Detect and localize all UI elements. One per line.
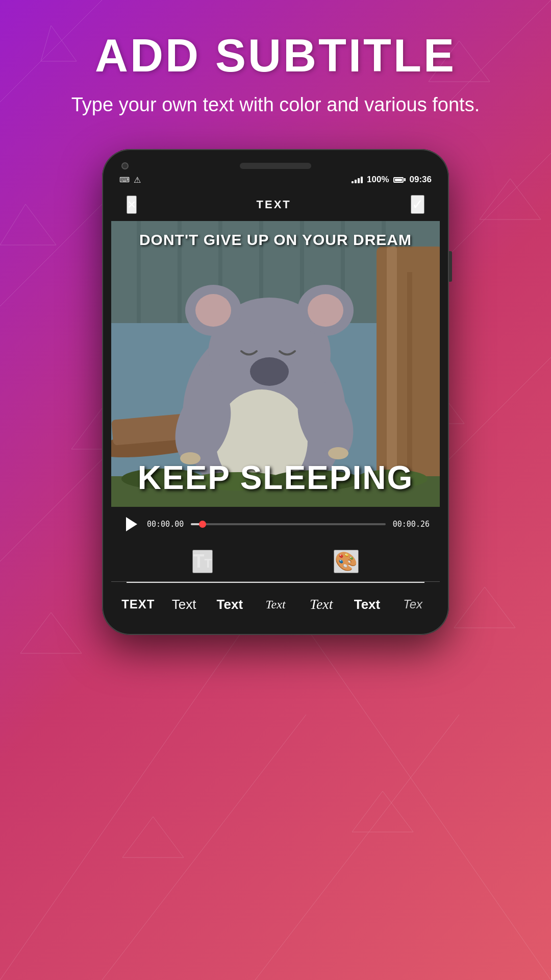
palette-button[interactable]: 🎨 <box>334 550 359 573</box>
status-bar: ⌨ ⚠ 100% 09:36 <box>111 172 440 188</box>
koala-image: DONT'T GIVE UP ON YOUR DREAM KEEP SLEEPI… <box>111 221 440 507</box>
svg-line-18 <box>0 612 255 980</box>
video-text-bottom: KEEP SLEEPING <box>111 459 440 497</box>
battery-icon <box>393 177 406 183</box>
text-size-button[interactable]: TT <box>192 550 213 573</box>
svg-point-40 <box>250 357 289 386</box>
app-toolbar: × TEXT ✓ <box>111 188 440 221</box>
signal-icon <box>352 177 363 183</box>
keyboard-icon: ⌨ <box>119 176 130 184</box>
confirm-button[interactable]: ✓ <box>411 195 424 214</box>
video-area: DONT'T GIVE UP ON YOUR DREAM KEEP SLEEPI… <box>111 221 440 507</box>
font-option-4[interactable]: Text <box>299 593 343 616</box>
svg-marker-8 <box>122 817 184 857</box>
svg-marker-9 <box>352 791 413 832</box>
font-option-0[interactable]: TEXT <box>116 594 160 615</box>
toolbar-title: TEXT <box>257 198 291 211</box>
svg-rect-31 <box>407 272 412 476</box>
svg-point-37 <box>195 294 231 327</box>
progress-dot <box>199 521 206 528</box>
page-description: Type your own text with color and variou… <box>41 91 510 118</box>
time-end: 00:00.26 <box>393 520 430 529</box>
warning-icon: ⚠ <box>134 175 141 185</box>
svg-point-45 <box>328 447 348 459</box>
phone-side-button <box>449 251 452 282</box>
playback-bar: 00:00.00 00:00.26 <box>111 507 440 542</box>
video-text-top: DONT'T GIVE UP ON YOUR DREAM <box>111 231 440 249</box>
close-button[interactable]: × <box>127 195 137 214</box>
font-option-5[interactable]: Text <box>345 594 389 616</box>
icon-toolbar: TT 🎨 <box>111 542 440 582</box>
svg-point-39 <box>308 294 343 327</box>
time-start: 00:00.00 <box>147 520 184 529</box>
page-title: ADD SUBTITLE <box>41 31 510 81</box>
font-option-3[interactable]: Text <box>254 595 297 615</box>
phone-frame: ⌨ ⚠ 100% 09:36 × TEXT <box>102 149 449 635</box>
font-option-6[interactable]: Tex <box>391 594 435 615</box>
battery-percent: 100% <box>367 175 389 185</box>
font-option-2[interactable]: Text <box>208 594 252 616</box>
phone-camera <box>121 162 129 169</box>
svg-line-17 <box>255 715 459 980</box>
play-button[interactable] <box>121 515 140 533</box>
font-option-1[interactable]: Text <box>162 594 206 616</box>
progress-bar[interactable] <box>191 523 386 525</box>
svg-line-19 <box>296 612 551 980</box>
status-time: 09:36 <box>410 175 432 185</box>
svg-line-16 <box>102 715 306 980</box>
font-selector: TEXT Text Text Text Text Text Tex <box>111 583 440 626</box>
play-icon <box>126 517 137 531</box>
phone-speaker <box>240 163 311 169</box>
